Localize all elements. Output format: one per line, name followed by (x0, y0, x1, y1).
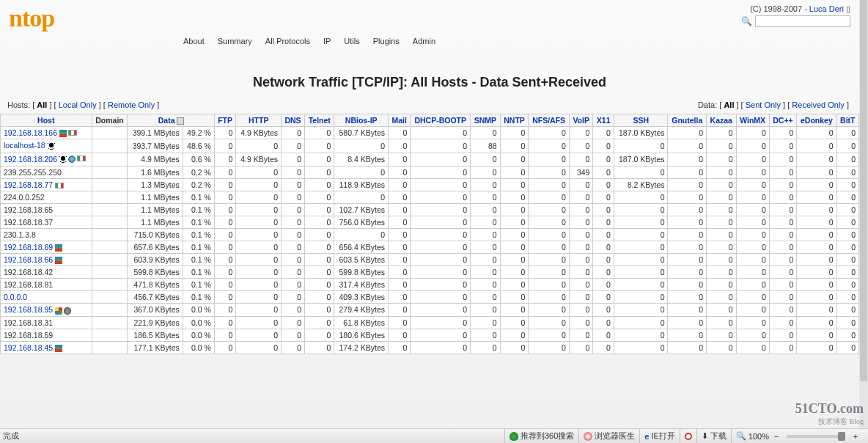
host-link[interactable]: 0.0.0.0 (4, 293, 27, 301)
cell-gnut: 0 (668, 228, 707, 241)
cell-voip: 0 (569, 203, 592, 216)
host-link[interactable]: 192.168.18.69 (4, 243, 53, 252)
status-doctor[interactable]: 浏览器医生 (578, 429, 639, 443)
col-winmx[interactable]: WinMX (736, 114, 769, 127)
col-link[interactable]: BitT (840, 116, 855, 125)
col-link[interactable]: Host (37, 116, 54, 125)
col-link[interactable]: X11 (597, 116, 611, 125)
col-dhcp-bootp[interactable]: DHCP-BOOTP (411, 114, 471, 127)
cell-edon: 0 (797, 241, 836, 253)
col-mail[interactable]: Mail (388, 114, 410, 127)
cell-dcpp: 0 (769, 279, 797, 291)
col-http[interactable]: HTTP (236, 114, 282, 127)
menu-plugins[interactable]: Plugins (373, 37, 400, 45)
hosts-filter-all[interactable]: All (37, 100, 47, 109)
col-nfs-afs[interactable]: NFS/AFS (529, 114, 570, 127)
menu-admin[interactable]: Admin (413, 37, 435, 45)
status-recommend[interactable]: 推荐到360搜索 (504, 429, 578, 443)
cell-dns: 0 (282, 254, 305, 266)
cell-http: 4.9 KBytes (236, 153, 282, 166)
col-link[interactable]: SSH (633, 116, 649, 125)
col-voip[interactable]: VoIP (569, 114, 592, 127)
zoom-icon[interactable]: 🔍 (736, 431, 746, 441)
col-kazaa[interactable]: Kazaa (707, 114, 737, 127)
col-link[interactable]: WinMX (740, 116, 765, 125)
col-nbios-ip[interactable]: NBios-IP (334, 114, 389, 127)
col-dc-[interactable]: DC++ (769, 114, 797, 127)
cell-mail: 0 (388, 166, 410, 178)
copyright-author-link[interactable]: Luca Deri (809, 4, 844, 13)
table-row: 192.168.18.59186.5 KBytes0.0 %0000180.6 … (1, 329, 859, 341)
cell-ssh: 8.2 KBytes (614, 178, 668, 191)
hosts-filter-local[interactable]: Local Only (59, 100, 97, 109)
col-ssh[interactable]: SSH (614, 114, 668, 127)
col-link[interactable]: Gnutella (672, 116, 702, 125)
cell-domain (92, 316, 128, 329)
col-x11[interactable]: X11 (593, 114, 614, 127)
host-link[interactable]: 192.168.18.66 (4, 255, 53, 264)
status-download[interactable]: ⬇ 下载 (696, 429, 731, 443)
cell-winmx: 0 (736, 191, 769, 203)
data-filter-recv[interactable]: Received Only (792, 100, 845, 109)
cell-kazaa: 0 (707, 291, 737, 304)
search-input[interactable] (755, 15, 850, 27)
col-link[interactable]: VoIP (573, 116, 589, 125)
col-nntp[interactable]: NNTP (500, 114, 529, 127)
menu-summary[interactable]: Summary (218, 37, 252, 45)
cell-nntp: 0 (500, 203, 529, 216)
host-link[interactable]: 192.168.18.166 (4, 128, 57, 137)
cell-voip: 0 (569, 191, 592, 203)
zoom-in-button[interactable]: + (850, 432, 861, 441)
col-link[interactable]: HTTP (249, 116, 268, 125)
host-link[interactable]: 192.168.18.45 (4, 343, 53, 352)
col-link[interactable]: NBios-IP (345, 116, 378, 125)
hosts-filter-remote[interactable]: Remote Only (108, 100, 155, 109)
col-link[interactable]: DNS (284, 116, 301, 125)
host-link[interactable]: 192.168.18.95 (4, 305, 53, 314)
col-edonkey[interactable]: eDonkey (797, 114, 836, 127)
host-link[interactable]: localhost-18 (4, 141, 45, 150)
menu-all-protocols[interactable]: All Protocols (265, 37, 310, 45)
cell-http: 0 (236, 291, 282, 304)
col-domain[interactable]: Domain (92, 114, 128, 127)
cell-winmx: 0 (736, 241, 769, 253)
zoom-out-button[interactable]: − (771, 432, 781, 441)
download-icon: ⬇ (702, 431, 708, 441)
data-filter-all[interactable]: All (724, 100, 734, 109)
col-snmp[interactable]: SNMP (471, 114, 501, 127)
col-link[interactable]: NFS/AFS (532, 116, 565, 125)
status-popup-block[interactable] (680, 429, 696, 443)
col-link[interactable]: Mail (391, 116, 406, 125)
col-data[interactable]: Data (128, 114, 214, 127)
col-link[interactable]: eDonkey (801, 116, 833, 125)
menu-ip[interactable]: IP (323, 37, 331, 45)
col-ftp[interactable]: FTP (214, 114, 236, 127)
menu-about[interactable]: About (183, 37, 205, 45)
col-host[interactable]: Host (1, 114, 92, 127)
col-bitt[interactable]: BitT (836, 114, 858, 127)
col-link[interactable]: NNTP (504, 116, 525, 125)
cell-telnet: 0 (305, 166, 334, 178)
vertical-scrollbar[interactable] (859, 0, 868, 428)
col-dns[interactable]: DNS (282, 114, 305, 127)
col-link[interactable]: DC++ (773, 116, 792, 125)
col-link[interactable]: SNMP (474, 116, 496, 125)
data-filter-sent[interactable]: Sent Only (746, 100, 781, 109)
host-link[interactable]: 192.168.18.206 (4, 155, 57, 164)
col-link[interactable]: Telnet (309, 116, 331, 125)
cell-telnet: 0 (305, 127, 334, 139)
zoom-slider[interactable] (787, 435, 845, 438)
col-telnet[interactable]: Telnet (305, 114, 334, 127)
col-link[interactable]: FTP (218, 116, 232, 125)
cell-nbios: 279.4 KBytes (334, 304, 389, 316)
globe-icon (68, 155, 76, 163)
col-link[interactable]: DHCP-BOOTP (414, 116, 466, 125)
cell-ssh: 0 (614, 203, 668, 216)
cell-dns: 0 (282, 216, 305, 228)
col-gnutella[interactable]: Gnutella (668, 114, 707, 127)
status-open-ie[interactable]: e IE打开 (639, 429, 680, 443)
col-data-link[interactable]: Data (158, 116, 175, 125)
menu-utils[interactable]: Utils (344, 37, 359, 45)
host-link[interactable]: 192.168.18.77 (4, 180, 53, 189)
col-link[interactable]: Kazaa (710, 116, 732, 125)
